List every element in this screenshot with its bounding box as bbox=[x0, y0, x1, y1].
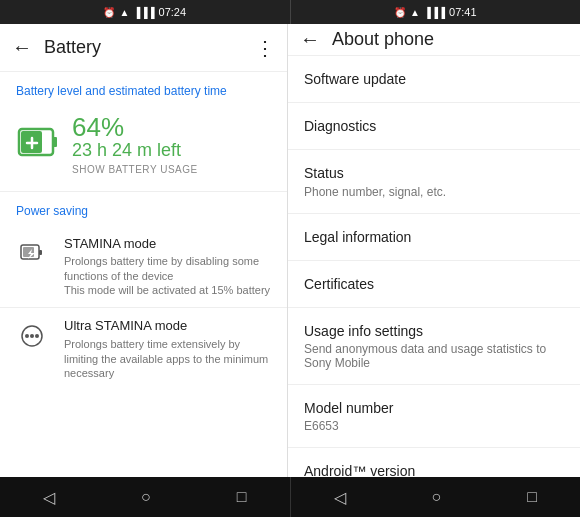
stamina-mode-text: STAMINA mode Prolongs battery time by di… bbox=[64, 236, 271, 298]
about-back-button[interactable]: ← bbox=[296, 24, 324, 55]
stamina-mode-desc: Prolongs battery time by disabling some … bbox=[64, 254, 271, 297]
usage-info-title: Usage info settings bbox=[304, 322, 564, 340]
right-home-button[interactable]: ○ bbox=[420, 482, 454, 512]
battery-icon bbox=[16, 122, 60, 166]
stamina-mode-item[interactable]: STAMINA mode Prolongs battery time by di… bbox=[0, 226, 287, 308]
model-number-value: E6653 bbox=[304, 419, 564, 433]
signal-icon-left: ▐▐▐ bbox=[133, 7, 154, 18]
right-back-button[interactable]: ◁ bbox=[322, 482, 358, 513]
signal-icon-right: ▐▐▐ bbox=[424, 7, 445, 18]
battery-more-button[interactable]: ⋮ bbox=[251, 32, 279, 64]
battery-percent: 64% bbox=[72, 114, 198, 140]
android-version-title: Android™ version bbox=[304, 462, 564, 477]
left-status-bar: ⏰ ▲ ▐▐▐ 07:24 bbox=[0, 0, 290, 24]
svg-point-12 bbox=[35, 334, 39, 338]
battery-section-label: Battery level and estimated battery time bbox=[0, 72, 287, 106]
ultra-stamina-mode-title: Ultra STAMINA mode bbox=[64, 318, 271, 335]
about-item-model-number[interactable]: Model number E6653 bbox=[288, 385, 580, 448]
about-header: ← About phone bbox=[288, 24, 580, 56]
about-item-android-version[interactable]: Android™ version 6.0.1 bbox=[288, 448, 580, 477]
battery-header: ← Battery ⋮ bbox=[0, 24, 287, 72]
time-right: 07:41 bbox=[449, 6, 477, 18]
about-title: About phone bbox=[332, 29, 572, 50]
model-number-title: Model number bbox=[304, 399, 564, 417]
svg-point-10 bbox=[25, 334, 29, 338]
status-subtitle: Phone number, signal, etc. bbox=[304, 185, 564, 199]
battery-text-group: 64% 23 h 24 m left SHOW BATTERY USAGE bbox=[72, 114, 198, 175]
about-item-legal[interactable]: Legal information bbox=[288, 214, 580, 261]
about-item-status[interactable]: Status Phone number, signal, etc. bbox=[288, 150, 580, 213]
left-nav-bar: ◁ ○ □ bbox=[0, 477, 290, 517]
ultra-stamina-mode-desc: Prolongs battery time extensively by lim… bbox=[64, 337, 271, 380]
diagnostics-title: Diagnostics bbox=[304, 117, 564, 135]
svg-rect-1 bbox=[53, 137, 57, 147]
show-battery-usage-button[interactable]: SHOW BATTERY USAGE bbox=[72, 164, 198, 175]
usage-info-subtitle: Send anonymous data and usage statistics… bbox=[304, 342, 564, 370]
about-item-software-update[interactable]: Software update bbox=[288, 56, 580, 103]
left-home-button[interactable]: ○ bbox=[129, 482, 163, 512]
left-recents-button[interactable]: □ bbox=[225, 482, 259, 512]
software-update-title: Software update bbox=[304, 70, 564, 88]
ultra-stamina-mode-text: Ultra STAMINA mode Prolongs battery time… bbox=[64, 318, 271, 380]
battery-panel: ← Battery ⋮ Battery level and estimated … bbox=[0, 24, 288, 477]
time-left: 07:24 bbox=[159, 6, 187, 18]
stamina-icon bbox=[16, 238, 48, 270]
ultra-stamina-mode-item[interactable]: Ultra STAMINA mode Prolongs battery time… bbox=[0, 308, 287, 390]
right-nav-bar: ◁ ○ □ bbox=[291, 477, 581, 517]
battery-time: 23 h 24 m left bbox=[72, 140, 198, 162]
power-saving-label: Power saving bbox=[0, 192, 287, 226]
alarm-icon-right: ⏰ bbox=[394, 7, 406, 18]
certificates-title: Certificates bbox=[304, 275, 564, 293]
svg-rect-7 bbox=[23, 247, 34, 257]
about-item-diagnostics[interactable]: Diagnostics bbox=[288, 103, 580, 150]
battery-info: 64% 23 h 24 m left SHOW BATTERY USAGE bbox=[0, 106, 287, 191]
left-back-button[interactable]: ◁ bbox=[31, 482, 67, 513]
legal-title: Legal information bbox=[304, 228, 564, 246]
wifi-icon-right: ▲ bbox=[410, 7, 420, 18]
status-title: Status bbox=[304, 164, 564, 182]
about-item-usage-info[interactable]: Usage info settings Send anonymous data … bbox=[288, 308, 580, 385]
battery-title: Battery bbox=[44, 37, 251, 58]
ultra-stamina-icon bbox=[16, 320, 48, 352]
svg-point-11 bbox=[30, 334, 34, 338]
stamina-mode-title: STAMINA mode bbox=[64, 236, 271, 253]
svg-rect-6 bbox=[39, 250, 42, 255]
right-recents-button[interactable]: □ bbox=[515, 482, 549, 512]
battery-back-button[interactable]: ← bbox=[8, 32, 36, 63]
right-status-bar: ⏰ ▲ ▐▐▐ 07:41 bbox=[291, 0, 581, 24]
alarm-icon-left: ⏰ bbox=[103, 7, 115, 18]
about-panel: ← About phone Software update Diagnostic… bbox=[288, 24, 580, 477]
wifi-icon-left: ▲ bbox=[119, 7, 129, 18]
about-item-certificates[interactable]: Certificates bbox=[288, 261, 580, 308]
